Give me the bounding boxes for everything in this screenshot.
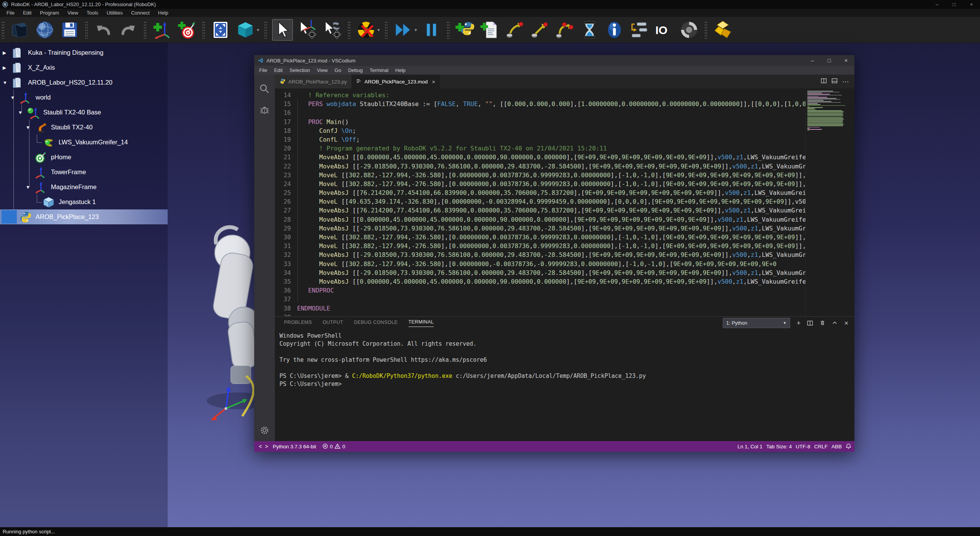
caret-down-icon[interactable]: ▾ (377, 27, 380, 33)
kill-terminal-icon[interactable] (820, 320, 825, 326)
caret-down-icon[interactable]: ▾ (257, 27, 259, 33)
program-call-instruction-button[interactable] (629, 19, 650, 41)
terminal-output[interactable]: Windows PowerShellCopyright (C) Microsof… (279, 332, 851, 388)
close-panel-icon[interactable]: × (844, 320, 848, 327)
redo-button[interactable] (118, 19, 139, 41)
add-target-button[interactable] (176, 19, 197, 41)
tree-item-magazineframe[interactable]: ▼MagazineFrame (0, 180, 168, 194)
move-tcp-button[interactable] (322, 19, 343, 41)
code-line[interactable]: MoveL [[49.635,349.174,-326.830],[0.0000… (297, 197, 854, 206)
robodk-menu-help[interactable]: Help (154, 9, 173, 17)
vscodium-menu-help[interactable]: Help (392, 67, 409, 73)
isometric-view-button[interactable] (235, 19, 256, 41)
tree-item-towerframe[interactable]: TowerFrame (0, 165, 168, 180)
vscodium-maximize-button[interactable]: □ (821, 55, 838, 66)
bug-icon[interactable] (254, 105, 275, 115)
set-io-instruction-button[interactable]: IO (654, 19, 675, 41)
code-line[interactable]: MoveL [[302.882,-127.994,-276.580],[0.00… (297, 180, 854, 188)
pause-simulation-button[interactable] (421, 19, 442, 41)
add-reference-frame-button[interactable] (152, 19, 172, 41)
tree-item-jengastuck-1[interactable]: Jengastuck 1 (0, 194, 168, 209)
chevron-down-icon[interactable]: ▼ (26, 185, 34, 190)
code-line[interactable]: PROC Main() (297, 118, 854, 126)
split-editor-icon[interactable] (821, 78, 827, 85)
code-line[interactable]: MoveAbsJ [[76.214200,77.454100,66.839900… (297, 206, 854, 215)
tree-item-staubli-tx2-40-base[interactable]: ▼Staubli TX2-40 Base (0, 105, 168, 120)
move-joint-instruction-button[interactable] (505, 19, 525, 41)
robodk-maximize-button[interactable]: □ (946, 0, 963, 9)
code-line[interactable]: ENDMODULE (297, 304, 854, 313)
robodk-menu-edit[interactable]: Edit (19, 9, 36, 17)
vscodium-menu-terminal[interactable]: Terminal (366, 67, 392, 73)
new-terminal-icon[interactable]: + (797, 320, 801, 327)
maximize-panel-icon[interactable] (832, 320, 838, 326)
search-icon[interactable] (254, 83, 275, 95)
code-line[interactable]: ConfJ \On; (297, 126, 854, 135)
chevron-down-icon[interactable]: ▼ (3, 80, 11, 85)
code-line[interactable]: MoveAbsJ [[-29.018500,73.930300,76.58610… (297, 162, 854, 171)
code-line[interactable]: ENDPROC (297, 286, 854, 295)
move-circular-instruction-button[interactable] (554, 19, 575, 41)
show-message-instruction-button[interactable] (604, 19, 625, 41)
vscodium-menu-go[interactable]: Go (331, 67, 345, 73)
tab-size-status[interactable]: Tab Size: 4 (766, 444, 792, 449)
vscodium-menu-view[interactable]: View (314, 67, 331, 73)
caret-down-icon[interactable]: ▾ (415, 27, 417, 33)
tree-item-lws-vakuumgreifer-14[interactable]: LWS_VakuumGreifer_14 (0, 135, 168, 150)
eol-status[interactable]: CRLF (814, 444, 828, 449)
code-line[interactable]: MoveAbsJ [[-29.018500,73.930300,76.58610… (297, 250, 854, 259)
code-line[interactable]: MoveL [[302.882,-127.994,-326.580],[0.00… (297, 260, 854, 268)
save-station-button[interactable] (59, 19, 80, 41)
robodk-menu-utilities[interactable]: Utilities (103, 9, 127, 17)
code-line[interactable]: MoveL [[302.882,-127.994,-276.580],[0.00… (297, 242, 854, 250)
language-mode-status[interactable]: ABB (831, 444, 842, 449)
vscodium-minimize-button[interactable]: – (804, 55, 821, 66)
code-line[interactable]: MoveAbsJ [[0.000000,45.000000,45.000000,… (297, 215, 854, 224)
terminal-select[interactable]: 1: Python ▼ (723, 318, 790, 328)
vscodium-close-button[interactable]: × (838, 55, 854, 66)
code-line[interactable]: MoveAbsJ [[76.214200,77.454100,66.839900… (297, 188, 854, 197)
add-program-button[interactable] (480, 19, 500, 41)
panel-tab-problems[interactable]: PROBLEMS (284, 320, 312, 327)
code-line[interactable] (297, 313, 854, 316)
code-line[interactable]: ! Reference variables: (297, 91, 854, 100)
chevron-right-icon[interactable]: ▶ (3, 50, 11, 56)
vscodium-menu-edit[interactable]: Edit (271, 67, 286, 73)
tab-arob-pickplace-123-mod[interactable]: AROB_PickPlace_123.mod× (351, 75, 440, 88)
station-assets-button[interactable] (712, 19, 733, 41)
open-station-button[interactable] (10, 19, 30, 41)
chevron-down-icon[interactable]: ▼ (10, 95, 19, 100)
robodk-menu-file[interactable]: File (2, 9, 19, 17)
code-line[interactable]: MoveL [[302.882,-127.994,-326.580],[0.00… (297, 233, 854, 242)
chevron-down-icon[interactable]: ▼ (26, 125, 34, 130)
robodk-menu-view[interactable]: View (63, 9, 82, 17)
cursor-position-status[interactable]: Ln 1, Col 1 (737, 444, 762, 449)
tree-item-arob-pickplace-123[interactable]: AROB_PickPlace_123 (0, 209, 168, 224)
move-linear-instruction-button[interactable] (529, 19, 550, 41)
robodk-menu-tools[interactable]: Tools (82, 9, 102, 17)
undo-button[interactable] (93, 19, 114, 41)
panel-tab-debug-console[interactable]: DEBUG CONSOLE (354, 320, 397, 327)
tree-item-kuka-training-dispensing[interactable]: ▶Kuka - Training Dispensing (0, 45, 168, 60)
code-line[interactable]: MoveAbsJ [[0.000000,45.000000,45.000000,… (297, 153, 854, 162)
pause-instruction-button[interactable] (579, 19, 600, 41)
forward-icon[interactable]: > (263, 443, 270, 449)
robodk-close-button[interactable]: × (963, 0, 980, 9)
vscodium-menu-debug[interactable]: Debug (345, 67, 366, 73)
chevron-right-icon[interactable]: ▶ (3, 65, 11, 70)
tree-item-phome[interactable]: pHome (0, 150, 168, 165)
vscodium-menu-file[interactable]: File (256, 67, 271, 73)
move-reference-button[interactable] (297, 19, 318, 41)
check-collisions-button[interactable] (356, 19, 376, 41)
split-terminal-icon[interactable] (807, 320, 813, 326)
fast-simulation-button[interactable] (393, 19, 413, 41)
vscodium-menu-selection[interactable]: Selection (286, 67, 313, 73)
robodk-menu-program[interactable]: Program (36, 9, 63, 17)
code-line[interactable]: ! Program generated by RoboDK v5.2.2 for… (297, 144, 854, 153)
select-tool-button[interactable] (272, 19, 293, 41)
add-python-program-button[interactable] (455, 19, 475, 41)
editor-layout-icon[interactable] (831, 78, 838, 85)
code-line[interactable]: PERS wobjdata StaubliTX240Base := [FALSE… (297, 100, 854, 108)
tree-item-staubli-tx2-40[interactable]: ▼Staubli TX2-40 (0, 120, 168, 135)
panel-tab-output[interactable]: OUTPUT (323, 320, 343, 327)
